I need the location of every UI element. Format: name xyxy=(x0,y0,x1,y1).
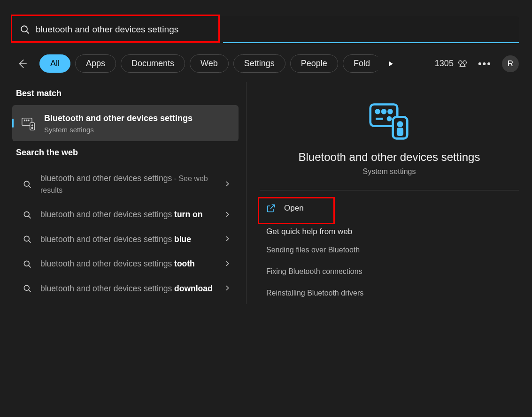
help-link-sending[interactable]: Sending files over Bluetooth xyxy=(260,239,519,261)
web-result-text: bluetooth and other devices settings too… xyxy=(40,258,224,270)
open-label: Open xyxy=(284,204,304,213)
section-best-match: Best match xyxy=(0,82,246,105)
svg-line-14 xyxy=(29,186,31,188)
svg-point-28 xyxy=(388,117,391,120)
chips-scroll-next[interactable] xyxy=(382,55,399,72)
svg-point-24 xyxy=(376,110,379,113)
filter-chip-apps[interactable]: Apps xyxy=(75,54,116,73)
detail-title: Bluetooth and other devices settings xyxy=(299,151,480,164)
chevron-right-icon xyxy=(224,260,232,268)
best-match-subtitle: System settings xyxy=(44,126,193,134)
web-result-text: bluetooth and other devices settings dow… xyxy=(40,283,224,295)
user-avatar[interactable]: R xyxy=(502,55,519,72)
svg-marker-3 xyxy=(389,61,393,66)
ellipsis-icon: ••• xyxy=(478,58,492,69)
detail-divider xyxy=(260,190,519,190)
open-action[interactable]: Open xyxy=(260,197,519,220)
chevron-right-icon xyxy=(224,180,232,189)
section-search-web: Search the web xyxy=(0,141,246,164)
filter-chip-all[interactable]: All xyxy=(39,54,70,73)
svg-point-15 xyxy=(24,212,29,217)
help-link-reinstall[interactable]: Reinstalling Bluetooth drivers xyxy=(260,282,519,304)
web-result-item[interactable]: bluetooth and other devices settings too… xyxy=(0,251,246,276)
svg-point-26 xyxy=(388,110,392,113)
back-button[interactable] xyxy=(13,55,31,73)
svg-point-9 xyxy=(28,120,29,121)
chevron-right-icon xyxy=(224,235,232,243)
search-icon xyxy=(20,24,30,35)
best-match-title: Bluetooth and other devices settings xyxy=(44,113,193,124)
chevron-right-icon xyxy=(224,284,232,293)
svg-rect-31 xyxy=(398,129,402,135)
quick-help-header: Get quick help from web xyxy=(260,220,519,239)
svg-point-5 xyxy=(463,61,466,64)
web-result-text: bluetooth and other devices settings tur… xyxy=(40,209,224,220)
svg-point-19 xyxy=(24,261,29,266)
svg-line-1 xyxy=(27,31,29,34)
web-result-item[interactable]: bluetooth and other devices settings blu… xyxy=(0,227,246,252)
svg-rect-12 xyxy=(31,127,33,129)
detail-devices-icon xyxy=(368,99,411,142)
filter-chip-documents[interactable]: Documents xyxy=(121,54,185,73)
svg-line-18 xyxy=(29,241,31,243)
svg-point-17 xyxy=(24,236,29,241)
rewards-points[interactable]: 1305 xyxy=(435,59,468,69)
best-match-result[interactable]: Bluetooth and other devices settings Sys… xyxy=(12,105,239,141)
search-icon xyxy=(23,284,32,293)
web-result-text: bluetooth and other devices settings - S… xyxy=(40,173,224,196)
open-external-icon xyxy=(266,204,276,213)
help-link-fixing[interactable]: Fixing Bluetooth connections xyxy=(260,261,519,282)
more-options-button[interactable]: ••• xyxy=(478,58,492,70)
search-focus-underline xyxy=(223,42,519,43)
filter-chip-people[interactable]: People xyxy=(290,54,338,73)
filter-chip-web[interactable]: Web xyxy=(190,54,229,73)
web-result-item[interactable]: bluetooth and other devices settings dow… xyxy=(0,276,246,301)
filter-chip-folders[interactable]: Fold xyxy=(343,54,378,73)
svg-line-32 xyxy=(270,205,274,209)
search-icon xyxy=(23,180,32,189)
svg-line-20 xyxy=(29,265,31,267)
web-result-item[interactable]: bluetooth and other devices settings tur… xyxy=(0,202,246,227)
points-value: 1305 xyxy=(435,59,454,68)
chevron-right-icon xyxy=(224,211,232,219)
detail-subtitle: System settings xyxy=(363,167,416,176)
search-icon xyxy=(23,235,32,244)
svg-point-0 xyxy=(21,26,27,32)
svg-point-11 xyxy=(31,124,33,126)
search-input[interactable] xyxy=(36,24,519,35)
filter-chips: All Apps Documents Web Settings People F… xyxy=(39,54,378,73)
svg-point-7 xyxy=(24,120,25,121)
web-result-text: bluetooth and other devices settings blu… xyxy=(40,234,224,245)
web-result-item[interactable]: bluetooth and other devices settings - S… xyxy=(0,166,246,202)
trophy-icon xyxy=(457,59,468,69)
search-icon xyxy=(23,210,32,220)
svg-line-22 xyxy=(29,290,31,292)
svg-point-8 xyxy=(26,120,27,121)
svg-point-13 xyxy=(24,181,29,186)
avatar-initial: R xyxy=(508,59,513,68)
svg-point-30 xyxy=(398,122,402,126)
search-bar[interactable] xyxy=(13,16,519,43)
filter-chip-settings[interactable]: Settings xyxy=(233,54,285,73)
svg-point-25 xyxy=(382,110,386,113)
search-icon xyxy=(23,259,32,269)
svg-point-21 xyxy=(24,285,29,290)
svg-point-4 xyxy=(459,61,462,64)
svg-line-16 xyxy=(29,216,31,218)
web-results-list: bluetooth and other devices settings - S… xyxy=(0,166,246,301)
devices-settings-icon xyxy=(21,115,37,131)
